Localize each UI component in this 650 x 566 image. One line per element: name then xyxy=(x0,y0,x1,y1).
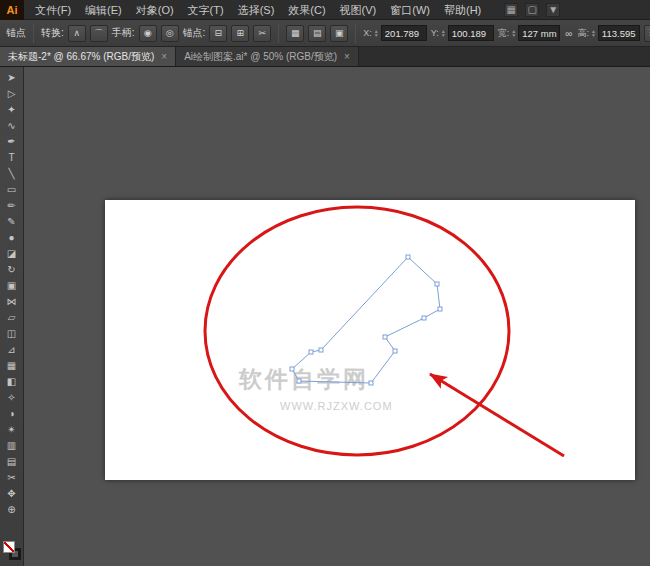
workspace-icon[interactable]: ▢ xyxy=(525,3,539,17)
type-tool[interactable]: T xyxy=(2,150,22,166)
scale-tool[interactable]: ▣ xyxy=(2,278,22,294)
width-tool[interactable]: ⋈ xyxy=(2,294,22,310)
paintbrush-tool[interactable]: ✏ xyxy=(2,198,22,214)
remove-anchor-button[interactable]: ⊟ xyxy=(209,25,227,42)
menu-edit[interactable]: 编辑(E) xyxy=(78,0,129,20)
drawing-svg xyxy=(105,200,635,480)
menu-file[interactable]: 文件(F) xyxy=(28,0,78,20)
control-bar: 锚点 转换: ∧ ⌒ 手柄: ◉ ◎ 锚点: ⊟ ⊞ ✂ ▦ ▤ ▣ X: ▲▼… xyxy=(0,20,650,47)
line-segment-tool[interactable]: ╲ xyxy=(2,166,22,182)
gradient-tool[interactable]: ◧ xyxy=(2,374,22,390)
column-graph-tool[interactable]: ▥ xyxy=(2,438,22,454)
shape-builder-tool[interactable]: ◫ xyxy=(2,326,22,342)
menubar-right-icons: ▦ ▢ ▼ xyxy=(504,3,560,17)
fill-stroke-controls xyxy=(3,541,21,560)
pencil-tool[interactable]: ✎ xyxy=(2,214,22,230)
width-input[interactable]: 127 mm xyxy=(518,25,560,41)
pen-tool[interactable]: ✒ xyxy=(2,134,22,150)
slice-tool[interactable]: ✂ xyxy=(2,470,22,486)
x-label: X: xyxy=(363,28,372,38)
menu-help[interactable]: 帮助(H) xyxy=(437,0,488,20)
x-spinner[interactable]: ▲▼ xyxy=(374,29,379,37)
perspective-grid-tool[interactable]: ⊿ xyxy=(2,342,22,358)
menu-effect[interactable]: 效果(C) xyxy=(281,0,332,20)
blob-brush-tool[interactable]: ● xyxy=(2,230,22,246)
grid-options-icon[interactable]: ▦ xyxy=(286,25,304,42)
height-field: 高: ▲▼ 113.595 xyxy=(577,25,639,41)
menu-select[interactable]: 选择(S) xyxy=(231,0,282,20)
height-input[interactable]: 113.595 xyxy=(598,25,640,41)
width-label: 宽: xyxy=(498,27,510,40)
hand-tool[interactable]: ✥ xyxy=(2,486,22,502)
anchor-point-label: 锚点 xyxy=(6,26,26,40)
close-icon[interactable]: × xyxy=(161,51,167,62)
menubar: Ai 文件(F) 编辑(E) 对象(O) 文字(T) 选择(S) 效果(C) 视… xyxy=(0,0,650,20)
y-input[interactable]: 100.189 xyxy=(448,25,494,41)
menu-type[interactable]: 文字(T) xyxy=(181,0,231,20)
direct-selection-tool[interactable]: ▷ xyxy=(2,86,22,102)
drawn-path[interactable] xyxy=(292,257,440,383)
separator xyxy=(278,24,279,43)
canvas-workspace[interactable]: 软件自学网 WWW.RJZXW.COM xyxy=(24,67,650,566)
document-tab-ai-pattern[interactable]: Ai绘制图案.ai* @ 50% (RGB/预览) × xyxy=(176,47,359,66)
height-spinner[interactable]: ▲▼ xyxy=(591,29,596,37)
tab-label: 未标题-2* @ 66.67% (RGB/预览) xyxy=(8,50,154,64)
menu-object[interactable]: 对象(O) xyxy=(129,0,181,20)
free-transform-tool[interactable]: ▱ xyxy=(2,310,22,326)
show-handles-button[interactable]: ◉ xyxy=(139,25,157,42)
artboard[interactable]: 软件自学网 WWW.RJZXW.COM xyxy=(105,200,635,480)
width-field: 宽: ▲▼ 127 mm xyxy=(498,25,560,41)
eraser-tool[interactable]: ◪ xyxy=(2,246,22,262)
tab-label: Ai绘制图案.ai* @ 50% (RGB/预览) xyxy=(184,50,337,64)
convert-to-corner-button[interactable]: ∧ xyxy=(68,25,86,42)
y-spinner[interactable]: ▲▼ xyxy=(441,29,446,37)
document-tab-bar: 未标题-2* @ 66.67% (RGB/预览) × Ai绘制图案.ai* @ … xyxy=(0,47,650,67)
cut-path-button[interactable]: ✂ xyxy=(253,25,271,42)
convert-to-smooth-button[interactable]: ⌒ xyxy=(90,25,108,42)
blend-tool[interactable]: ◑ xyxy=(2,406,22,422)
selection-tool[interactable]: ➤ xyxy=(2,70,22,86)
constrain-proportions-icon[interactable]: ∞ xyxy=(564,28,573,39)
add-anchor-button[interactable]: ⊞ xyxy=(231,25,249,42)
app-logo: Ai xyxy=(0,0,24,20)
x-field: X: ▲▼ 201.789 xyxy=(363,25,426,41)
close-icon[interactable]: × xyxy=(344,51,350,62)
separator xyxy=(355,24,356,43)
red-circle-annotation[interactable] xyxy=(205,207,509,455)
main-area: ➤ ▷ ✦ ∿ ✒ T ╲ ▭ ✏ ✎ ● ◪ ↻ ▣ ⋈ ▱ ◫ ⊿ ▦ ◧ … xyxy=(0,67,650,566)
y-field: Y: ▲▼ 100.189 xyxy=(431,25,494,41)
align-options-icon[interactable]: ▤ xyxy=(308,25,326,42)
convert-label: 转换: xyxy=(41,26,64,40)
magic-wand-tool[interactable]: ✦ xyxy=(2,102,22,118)
menu-window[interactable]: 窗口(W) xyxy=(383,0,437,20)
document-tab-untitled2[interactable]: 未标题-2* @ 66.67% (RGB/预览) × xyxy=(0,47,176,66)
symbol-sprayer-tool[interactable]: ✴ xyxy=(2,422,22,438)
width-spinner[interactable]: ▲▼ xyxy=(511,29,516,37)
rotate-tool[interactable]: ↻ xyxy=(2,262,22,278)
mesh-tool[interactable]: ▦ xyxy=(2,358,22,374)
arrange-documents-icon[interactable]: ▦ xyxy=(504,3,518,17)
lasso-tool[interactable]: ∿ xyxy=(2,118,22,134)
zoom-tool[interactable]: ⊕ xyxy=(2,502,22,518)
anchors-label: 锚点: xyxy=(183,26,206,40)
eyedropper-tool[interactable]: ✧ xyxy=(2,390,22,406)
none-fill-indicator xyxy=(4,542,14,552)
isolate-selection-button[interactable]: ▣ xyxy=(330,25,348,42)
workspace-dropdown-icon[interactable]: ▼ xyxy=(546,3,560,17)
tool-palette: ➤ ▷ ✦ ∿ ✒ T ╲ ▭ ✏ ✎ ● ◪ ↻ ▣ ⋈ ▱ ◫ ⊿ ▦ ◧ … xyxy=(0,67,24,566)
red-arrow-annotation[interactable] xyxy=(430,374,564,456)
hide-handles-button[interactable]: ◎ xyxy=(161,25,179,42)
y-label: Y: xyxy=(431,28,439,38)
fill-color-swatch[interactable] xyxy=(3,541,15,553)
x-input[interactable]: 201.789 xyxy=(381,25,427,41)
rectangle-tool[interactable]: ▭ xyxy=(2,182,22,198)
more-options-icon[interactable]: ☰ xyxy=(644,25,650,42)
artboard-tool[interactable]: ▤ xyxy=(2,454,22,470)
menu-view[interactable]: 视图(V) xyxy=(333,0,384,20)
separator xyxy=(33,24,34,43)
height-label: 高: xyxy=(577,27,589,40)
handles-label: 手柄: xyxy=(112,26,135,40)
